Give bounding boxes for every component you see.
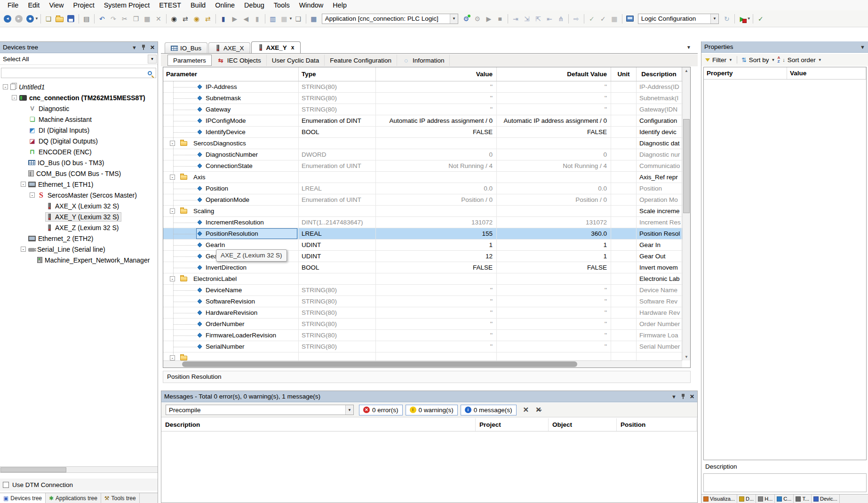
new-dcf-button[interactable]: ❏	[43, 14, 54, 24]
table-row-softwarerevision[interactable]: SoftwareRevisionSTRING(80)''''Software R…	[163, 296, 690, 307]
cut-button[interactable]: ✂	[119, 14, 130, 24]
tree-item-io-bus-io-bus-tm3[interactable]: IO_Bus (IO bus - TM3)	[0, 157, 158, 168]
chevron-down-icon[interactable]: ▼	[132, 45, 137, 50]
chevron-down-icon[interactable]: ▼	[148, 55, 157, 64]
parameter-value-cell[interactable]: 0.0	[376, 183, 497, 194]
refresh-button[interactable]: ↻	[722, 14, 732, 24]
bookmark-previous-button[interactable]: ◀	[241, 14, 251, 24]
parameter-value-cell[interactable]: ''	[376, 341, 497, 352]
nav-forward-button[interactable]: ►	[15, 15, 23, 23]
logout-button[interactable]: ⚙	[472, 14, 483, 24]
menu-file[interactable]: File	[3, 1, 23, 9]
chevron-down-icon[interactable]: ▼	[671, 394, 677, 399]
column-header-unit[interactable]: Unit	[611, 67, 637, 81]
tree-item-axe-y-lexium-32-s[interactable]: AXE_Y (Lexium 32 S)	[0, 211, 158, 222]
start-button[interactable]: ▶	[484, 14, 494, 24]
parameter-value-cell[interactable]: ''	[376, 104, 497, 115]
table-row-gearout[interactable]: GearOutAXE_Z (Lexium 32 S)UDINT121Gear O…	[163, 251, 690, 262]
tree-filter-dropdown[interactable]: Select All ▼	[0, 54, 158, 65]
parameter-value-cell[interactable]: 155	[376, 228, 497, 239]
table-row[interactable]: -	[163, 352, 690, 360]
search-input[interactable]	[1, 69, 148, 77]
update-configuration-button[interactable]: ▦	[309, 14, 319, 24]
tab-t[interactable]: T...	[794, 495, 812, 503]
table-row-axis[interactable]: -AxisAxis_Ref repr	[163, 172, 690, 183]
tree-item-machine-expert-network-manager[interactable]: Machine_Expert_Network_Manager	[0, 255, 158, 265]
parameter-value-cell[interactable]	[376, 172, 497, 183]
find-in-project-button[interactable]: ◉	[191, 14, 202, 24]
replace-in-project-button[interactable]: ⇄	[203, 14, 213, 24]
undo-button[interactable]: ↶	[97, 14, 107, 24]
parameter-value-cell[interactable]: Automatic IP address assignment / 0	[376, 115, 497, 126]
tab-parameters[interactable]: Parameters	[167, 55, 212, 66]
sort-order-button[interactable]: Sort order	[788, 56, 816, 64]
chevron-down-icon[interactable]: ▼	[450, 14, 458, 24]
single-cycle-button[interactable]	[625, 14, 635, 24]
table-row-positionresolution[interactable]: PositionResolutionLREAL155360.0Position …	[163, 228, 690, 240]
parameter-value-cell[interactable]: 131072	[376, 217, 497, 228]
tab-h[interactable]: H...	[756, 495, 775, 503]
tab-d[interactable]: D...	[737, 495, 756, 503]
collapse-icon[interactable]: -	[170, 355, 175, 360]
tree-item-ethernet-1-eth1[interactable]: -Ethernet_1 (ETH1)	[0, 179, 158, 190]
chevron-down-icon[interactable]: ▼	[35, 16, 39, 21]
use-dtm-checkbox[interactable]	[3, 482, 9, 488]
message-category-selector[interactable]: Precompile ▼	[166, 405, 354, 415]
table-row-ipconfigmode[interactable]: IPConfigModeEnumeration of DINTAutomatic…	[163, 115, 690, 127]
menu-tools[interactable]: Tools	[269, 1, 295, 9]
grid-vertical-scrollbar[interactable]: ▲ ▼	[682, 67, 690, 360]
chevron-down-icon[interactable]: ▼	[289, 16, 293, 21]
stop-button[interactable]: ■	[495, 14, 505, 24]
parameter-value-cell[interactable]	[376, 138, 497, 149]
table-row-devicename[interactable]: DeviceNameSTRING(80)''''Device Name	[163, 285, 690, 296]
parameter-value-cell[interactable]: ''	[376, 296, 497, 307]
copy-all-button[interactable]: ▥	[268, 14, 278, 24]
tree-item-axe-x-lexium-32-s[interactable]: AXE_X (Lexium 32 S)	[0, 200, 158, 211]
tree-item-di-digital-inputs[interactable]: ◩DI (Digital Inputs)	[0, 125, 158, 136]
open-project-button[interactable]	[55, 14, 65, 24]
logic-configuration-selector[interactable]: Logic Configuration ▼	[638, 14, 719, 24]
table-row-electroniclabel[interactable]: -ElectronicLabelElectronic Lab	[163, 273, 690, 285]
tab-applications-tree[interactable]: ✱Applications tree	[46, 493, 101, 503]
tab-c[interactable]: C...	[775, 495, 794, 503]
table-row-hardwarerevision[interactable]: HardwareRevisionSTRING(80)''''Hardware R…	[163, 307, 690, 319]
menu-help[interactable]: Help	[328, 1, 351, 9]
export-button[interactable]: ❏	[293, 14, 303, 24]
parameter-value-cell[interactable]: FALSE	[376, 262, 497, 273]
table-row-scaling[interactable]: -ScalingScale increme	[163, 206, 690, 217]
errors-toggle-button[interactable]: ✕ 0 error(s)	[359, 405, 403, 415]
tree-item-ethernet-2-eth2[interactable]: Ethernet_2 (ETH2)	[0, 233, 158, 244]
menu-window[interactable]: Window	[295, 1, 328, 9]
tab-information[interactable]: ◌Information	[397, 55, 450, 66]
replace-button[interactable]: ⇄	[180, 14, 191, 24]
chevron-down-icon[interactable]: ▼	[710, 14, 718, 24]
bookmark-toggle-button[interactable]: ▮	[218, 14, 229, 24]
parameter-value-cell[interactable]: 1	[376, 240, 497, 250]
unforce-values-button[interactable]: ✓	[598, 14, 608, 24]
table-row-serialnumber[interactable]: SerialNumberSTRING(80)''''Serial Number	[163, 341, 690, 352]
tree-item-axe-z-lexium-32-s[interactable]: AXE_Z (Lexium 32 S)	[0, 222, 158, 233]
tab-io_bus[interactable]: IO_Bus	[165, 42, 207, 53]
sort-by-button[interactable]: Sort by	[749, 56, 769, 64]
column-header-default-value[interactable]: Default Value	[497, 67, 611, 81]
step-out-button[interactable]: ⇱	[533, 14, 543, 24]
tree-item-diagnostic[interactable]: VDiagnostic	[0, 103, 158, 114]
display-mode-button[interactable]: ▦	[609, 14, 620, 24]
delete-button[interactable]: ✕	[153, 14, 164, 24]
collapse-icon[interactable]: -	[170, 175, 175, 180]
chevron-down-icon[interactable]: ▼	[686, 45, 691, 50]
parameter-value-cell[interactable]: Position / 0	[376, 194, 497, 205]
close-icon[interactable]: x	[291, 44, 295, 51]
tab-iec-objects[interactable]: ⇆IEC Objects	[212, 55, 267, 66]
tree-item-encoder-enc[interactable]: ⊓ENCODER (ENC)	[0, 146, 158, 157]
table-row-position[interactable]: PositionLREAL0.00.0Position	[163, 183, 690, 194]
column-header-value[interactable]: Value	[376, 67, 497, 81]
collapse-icon[interactable]: -	[170, 208, 175, 214]
check-syntax-button[interactable]: ✓	[756, 14, 766, 24]
collapse-icon[interactable]: -	[21, 247, 26, 252]
menu-system-project[interactable]: System Project	[99, 1, 155, 9]
scrollbar-thumb[interactable]	[182, 361, 577, 367]
table-row-diagnosticnumber[interactable]: DiagnosticNumberDWORD00Diagnostic nur	[163, 149, 690, 160]
scrollbar-thumb[interactable]	[683, 119, 690, 213]
menu-view[interactable]: View	[44, 1, 68, 9]
